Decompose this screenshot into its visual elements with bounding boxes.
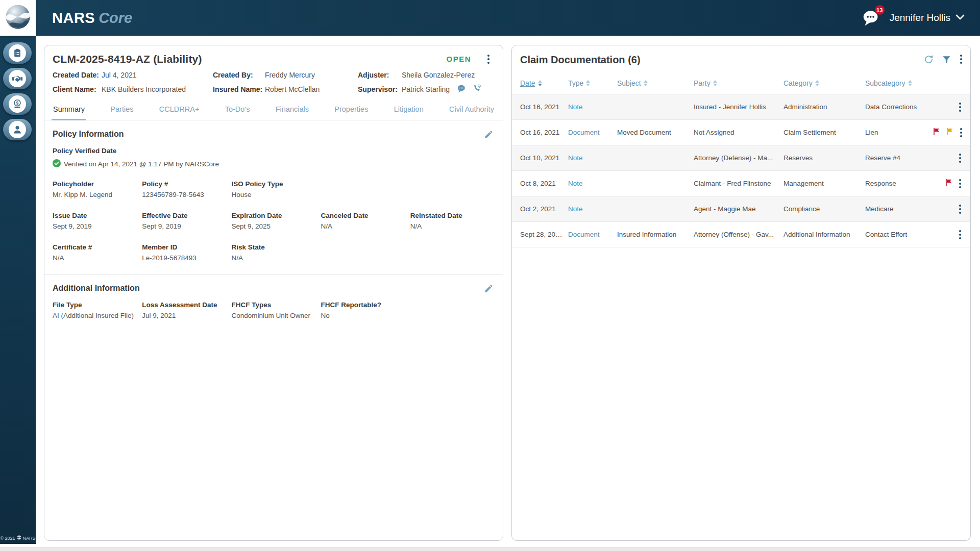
- row-menu-button[interactable]: [958, 102, 962, 113]
- table-row[interactable]: Oct 2, 2021 Note Agent - Maggie Mae Comp…: [512, 196, 970, 222]
- column-header-subcategory[interactable]: Subcategory: [865, 79, 933, 87]
- nars-mini-logo-icon: [17, 535, 21, 541]
- field-file-type: File Type AI (Additional Insured File): [53, 301, 137, 319]
- tab-civil-authority[interactable]: Civil Authority: [448, 101, 496, 120]
- doc-subject: Insured Information: [617, 231, 694, 238]
- field-fhcf-types: FHCF Types Condominium Unit Owner: [231, 301, 315, 319]
- brand-title: NARS Core: [52, 0, 132, 36]
- money-icon: $: [9, 95, 26, 113]
- doc-subcategory: Data Corrections: [865, 103, 933, 111]
- claim-menu-button[interactable]: [486, 54, 491, 65]
- adjuster-label: Adjuster:: [358, 71, 402, 79]
- field-iso-policy-type: ISO Policy Type House: [231, 180, 495, 198]
- sort-icon: [815, 80, 819, 86]
- tab-litigation[interactable]: Litigation: [393, 101, 425, 120]
- nars-globe-icon: [4, 3, 32, 33]
- tab-financials[interactable]: Financials: [274, 101, 310, 120]
- sort-icon: [538, 80, 542, 86]
- tab-parties[interactable]: Parties: [109, 101, 135, 120]
- table-row[interactable]: Oct 8, 2021 Note Claimant - Fred Flinsto…: [512, 171, 970, 196]
- yellow-flag-icon: [946, 128, 954, 137]
- call-supervisor-icon[interactable]: [473, 84, 482, 94]
- sidebar-item-contacts[interactable]: [3, 119, 32, 140]
- doc-category: Administration: [783, 103, 865, 111]
- policy-verified-text: Verified on Apr 14, 2021 @ 1:17 PM by NA…: [64, 160, 219, 168]
- user-menu[interactable]: Jennifer Hollis: [890, 12, 965, 23]
- column-header-category[interactable]: Category: [783, 79, 865, 87]
- field-member-id: Member ID Le-2019-5678493: [142, 243, 226, 262]
- handshake-icon: [9, 70, 26, 87]
- policy-information-heading: Policy Information: [53, 130, 495, 139]
- claim-tabs: Summary Parties CCLDRRA+ To-Do's Financi…: [44, 101, 503, 120]
- sidebar-item-financials[interactable]: $: [3, 93, 32, 115]
- refresh-recycle-icon[interactable]: [923, 54, 934, 65]
- field-loss-assessment-date: Loss Assessment Date Jul 9, 2021: [142, 301, 226, 319]
- brand-primary: NARS: [52, 10, 95, 27]
- claim-status-badge: OPEN: [446, 55, 471, 63]
- sort-icon: [908, 80, 912, 86]
- sidebar-item-claim-summary[interactable]: [3, 42, 32, 64]
- notifications-button[interactable]: 13: [862, 9, 881, 27]
- doc-subcategory: Reserve #4: [865, 154, 933, 162]
- documentation-table-header: Date Type Subject Party Category Subcate…: [512, 72, 970, 94]
- insured-name-label: Insured Name:: [213, 85, 265, 93]
- table-row[interactable]: Oct 10, 2021 Note Attorney (Defense) - M…: [512, 145, 970, 171]
- doc-type-link[interactable]: Document: [568, 129, 617, 136]
- table-row[interactable]: Oct 16, 2021 Document Moved Document Not…: [512, 120, 970, 145]
- doc-type-link[interactable]: Note: [568, 205, 617, 213]
- doc-date: Oct 8, 2021: [520, 180, 568, 187]
- scrollbar-track[interactable]: [0, 547, 980, 551]
- verified-check-icon: [53, 159, 61, 169]
- sidebar-item-parties[interactable]: [3, 68, 32, 89]
- column-header-type[interactable]: Type: [568, 79, 617, 87]
- table-row[interactable]: Oct 16, 2021 Note Insured - Jennifer Hol…: [512, 94, 970, 120]
- doc-subcategory: Lien: [865, 129, 933, 136]
- doc-type-link[interactable]: Note: [568, 154, 617, 162]
- row-menu-button[interactable]: [958, 153, 962, 164]
- table-row[interactable]: Sept 28, 2021 Document Insured Informati…: [512, 222, 970, 247]
- created-by-label: Created By:: [213, 71, 265, 79]
- column-header-party[interactable]: Party: [694, 79, 783, 87]
- doc-party: Agent - Maggie Mae: [694, 205, 783, 213]
- chevron-down-icon: [955, 13, 965, 22]
- row-menu-button[interactable]: [959, 127, 963, 138]
- doc-category: Management: [783, 180, 865, 187]
- row-menu-button[interactable]: [958, 229, 962, 240]
- claim-meta: Created Date: Jul 4, 2021 Created By: Fr…: [53, 71, 495, 94]
- svg-text:$: $: [16, 101, 19, 106]
- app-logo[interactable]: [0, 0, 36, 36]
- field-effective-date: Effective Date Sept 9, 2019: [142, 212, 226, 230]
- user-name: Jennifer Hollis: [890, 12, 950, 23]
- sort-icon: [586, 80, 590, 86]
- column-header-subject[interactable]: Subject: [617, 79, 694, 87]
- tab-ccldrra[interactable]: CCLDRRA+: [158, 101, 201, 120]
- doc-party: Not Assigned: [694, 129, 783, 136]
- red-flag-icon: [945, 179, 953, 188]
- tab-todos[interactable]: To-Do's: [224, 101, 252, 120]
- doc-type-link[interactable]: Note: [568, 103, 617, 111]
- created-by-value: Freddy Mercury: [265, 71, 315, 79]
- client-name-value: KBK Builders Incorporated: [102, 85, 186, 93]
- doc-subcategory: Contact Effort: [865, 231, 933, 238]
- sort-icon: [713, 80, 717, 86]
- doc-type-link[interactable]: Note: [568, 180, 617, 187]
- field-policy-number: Policy # 123456789-78-5643: [142, 180, 226, 198]
- row-menu-button[interactable]: [958, 204, 962, 215]
- created-date-value: Jul 4, 2021: [102, 71, 137, 79]
- doc-type-link[interactable]: Document: [568, 231, 617, 238]
- edit-policy-pencil-icon[interactable]: [484, 130, 494, 141]
- tab-summary[interactable]: Summary: [52, 101, 86, 120]
- filter-funnel-icon[interactable]: [942, 55, 951, 64]
- doc-subcategory: Medicare: [865, 205, 933, 213]
- edit-additional-pencil-icon[interactable]: [484, 284, 494, 295]
- documentation-menu-button[interactable]: [959, 54, 963, 65]
- doc-date: Oct 16, 2021: [520, 129, 568, 136]
- column-header-date[interactable]: Date: [520, 79, 568, 87]
- message-supervisor-icon[interactable]: [457, 84, 467, 94]
- tab-properties[interactable]: Properties: [333, 101, 370, 120]
- additional-information-heading: Additional Information: [53, 284, 495, 293]
- claim-title: CLM-2025-8419-AZ (Liability): [53, 53, 495, 65]
- policy-information-section: Policy Information Policy Verified Date …: [53, 120, 495, 262]
- row-menu-button[interactable]: [958, 178, 962, 189]
- field-certificate-number: Certificate # N/A: [53, 243, 137, 262]
